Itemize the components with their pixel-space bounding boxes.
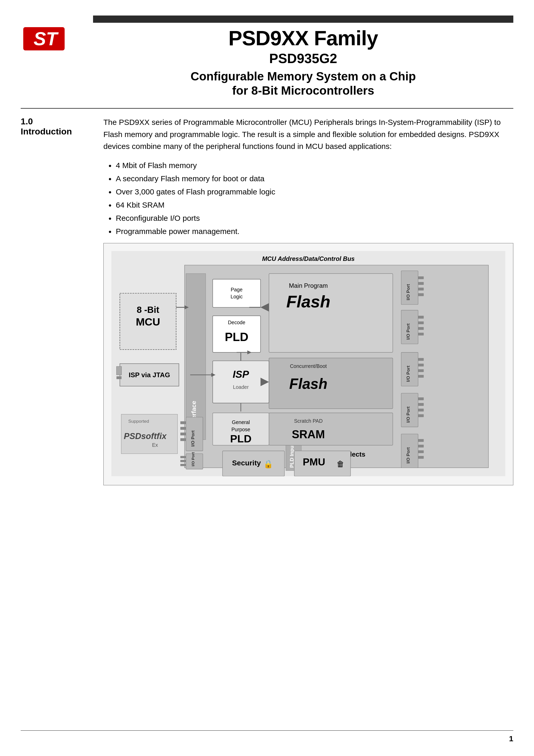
section-title: Introduction <box>21 126 88 137</box>
svg-rect-8 <box>269 274 393 352</box>
header-bar <box>93 15 513 23</box>
section-body: The PSD9XX series of Programmable Microc… <box>103 116 513 485</box>
svg-rect-48 <box>418 445 424 447</box>
svg-rect-38 <box>418 364 424 366</box>
svg-rect-33 <box>418 321 424 324</box>
svg-rect-53 <box>180 427 186 430</box>
security-text: Security <box>232 459 261 467</box>
svg-rect-49 <box>418 450 424 453</box>
list-item: 64 Kbit SRAM <box>109 198 513 211</box>
svg-rect-29 <box>418 287 424 290</box>
svg-rect-34 <box>418 327 424 330</box>
svg-rect-37 <box>418 358 424 361</box>
io-port-4-label: I/O Port <box>406 406 411 423</box>
pld-decode-text: PLD <box>225 331 248 344</box>
svg-rect-57 <box>180 456 186 458</box>
svg-rect-54 <box>180 433 186 435</box>
svg-rect-30 <box>418 293 424 296</box>
pmu-text: PMU <box>303 456 325 468</box>
section-label: 1.0 Introduction <box>21 116 88 485</box>
svg-rect-12 <box>269 358 393 409</box>
decode-text: Decode <box>228 320 246 325</box>
svg-rect-32 <box>418 316 424 318</box>
main-flash-text: Flash <box>286 292 331 311</box>
introduction-section: 1.0 Introduction The PSD9XX series of Pr… <box>21 116 513 485</box>
st-logo: ST <box>21 23 67 54</box>
svg-rect-39 <box>418 369 424 372</box>
section-number: 1.0 <box>21 116 88 126</box>
svg-rect-27 <box>418 276 424 279</box>
mcu-label: 8 -Bit <box>137 305 159 315</box>
svg-rect-35 <box>418 333 424 336</box>
page-footer: 1 <box>21 730 513 743</box>
svg-rect-42 <box>418 397 424 400</box>
logo-area: ST <box>21 23 78 55</box>
svg-rect-58 <box>180 460 186 462</box>
supported-text: Supported <box>128 418 149 424</box>
svg-rect-52 <box>180 421 186 424</box>
psd-logo: PSDsoftfix <box>124 431 167 441</box>
product-family: PSD9XX Family <box>93 28 513 49</box>
svg-rect-7 <box>213 279 260 308</box>
feature-list: 4 Mbit of Flash memory A secondary Flash… <box>103 159 513 238</box>
svg-rect-59 <box>180 464 186 466</box>
list-item: Over 3,000 gates of Flash programmable l… <box>109 185 513 198</box>
sram-text: SRAM <box>292 428 325 441</box>
product-description: Configurable Memory System on a Chipfor … <box>93 69 513 98</box>
diagram-svg: MCU Address/Data/Control Bus 8 -Bit MCU … <box>111 251 505 476</box>
io-port-l1-label: I/O Port <box>190 430 196 446</box>
bus-label: MCU Address/Data/Control Bus <box>262 255 355 262</box>
io-port-l2-label: I/O Port <box>191 452 195 467</box>
gp-text: General <box>232 419 250 425</box>
gp-pld-text: PLD <box>230 433 252 445</box>
io-port-5-label: I/O Port <box>406 447 411 464</box>
block-diagram: MCU Address/Data/Control Bus 8 -Bit MCU … <box>103 243 513 485</box>
svg-rect-43 <box>418 403 424 406</box>
svg-rect-40 <box>418 375 424 378</box>
svg-rect-44 <box>418 409 424 411</box>
product-model: PSD935G2 <box>93 51 513 66</box>
svg-rect-45 <box>418 414 424 417</box>
list-item: A secondary Flash memory for boot or dat… <box>109 172 513 185</box>
gp-text2: Purpose <box>231 427 250 432</box>
io-port-1-label: I/O Port <box>406 284 411 300</box>
intro-paragraph: The PSD9XX series of Programmable Microc… <box>103 116 513 152</box>
ex-text: Ex <box>152 442 158 447</box>
title-area: PSD9XX Family PSD935G2 Configurable Memo… <box>78 15 513 98</box>
svg-text:ST: ST <box>34 28 59 49</box>
isp-jtag-text: ISP via JTAG <box>129 371 170 379</box>
svg-rect-17 <box>117 376 122 379</box>
scratch-pad-text: Scratch PAD <box>294 418 323 424</box>
io-port-3-label: I/O Port <box>406 365 411 382</box>
page-number: 1 <box>509 734 513 743</box>
svg-rect-16 <box>117 366 122 375</box>
svg-rect-28 <box>418 282 424 285</box>
svg-rect-50 <box>418 456 424 459</box>
list-item: 4 Mbit of Flash memory <box>109 159 513 172</box>
pmu-icon: 🗑 <box>336 459 344 468</box>
page-header: ST PSD9XX Family PSD935G2 Configurable M… <box>21 15 513 98</box>
isp-text: ISP <box>233 369 249 380</box>
page-logic-text2: Logic <box>230 294 243 299</box>
boot-flash-text: Flash <box>289 376 328 392</box>
svg-rect-47 <box>418 439 424 442</box>
section-divider <box>21 108 513 109</box>
lock-icon: 🔒 <box>263 459 274 469</box>
io-port-2-label: I/O Port <box>406 323 411 340</box>
mcu-label2: MCU <box>136 316 160 328</box>
page-logic-text: Page <box>231 287 243 292</box>
list-item: Reconfigurable I/O ports <box>109 211 513 225</box>
list-item: Programmable power management. <box>109 225 513 238</box>
main-program-text: Main Program <box>289 282 328 289</box>
svg-rect-55 <box>180 438 186 441</box>
loader-text: Loader <box>233 384 249 390</box>
svg-rect-22 <box>269 413 393 445</box>
concurrent-boot-text: Concurrent/Boot <box>290 363 327 369</box>
